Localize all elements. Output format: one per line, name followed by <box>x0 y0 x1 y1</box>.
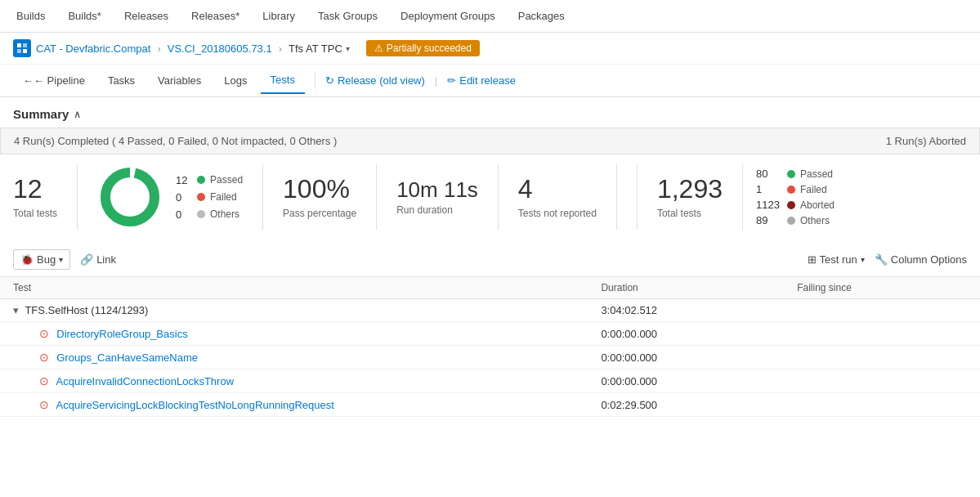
failing-since-cell-4 <box>784 393 980 417</box>
breadcrumb-stage[interactable]: Tfs AT TPC ▾ <box>289 43 350 55</box>
right-legend-failed: 1 Failed <box>756 183 835 195</box>
summary-section: Summary ∧ <box>0 97 980 128</box>
link-button[interactable]: 🔗 Link <box>80 253 116 266</box>
test-name-cell-1: ⊙ DirectoryRoleGroup_Basics <box>0 322 588 346</box>
right-legend-aborted: 1123 Aborted <box>756 199 835 211</box>
total-tests-left-value: 12 <box>13 175 43 204</box>
run-duration-label: Run duration <box>396 204 453 216</box>
others-dot <box>197 210 205 218</box>
right-failed-count: 1 <box>756 183 782 195</box>
right-passed-label: Passed <box>800 168 833 180</box>
nav-releases-star[interactable]: Releases* <box>188 10 243 22</box>
test-table: Test Duration Failing since ▾ TFS.SelfHo… <box>0 277 980 417</box>
warning-icon: ⚠ <box>374 43 383 54</box>
svg-rect-2 <box>17 49 21 53</box>
nav-builds[interactable]: Builds <box>13 10 48 22</box>
test-run-dropdown-icon: ▾ <box>861 255 865 264</box>
run-duration-value: 10m 11s <box>396 178 478 202</box>
right-total-label: Total tests <box>657 208 701 219</box>
legend-failed-count: 0 <box>176 191 192 204</box>
not-reported-value: 4 <box>518 175 533 204</box>
summary-header[interactable]: Summary ∧ <box>13 107 967 121</box>
edit-release-link[interactable]: ✏ Edit release <box>447 74 516 87</box>
stats-bar-left: 4 Run(s) Completed ( 4 Passed, 0 Failed,… <box>14 135 337 147</box>
tab-logs[interactable]: Logs <box>214 68 257 93</box>
right-passed-dot <box>787 170 795 178</box>
refresh-icon: ↻ <box>325 74 334 87</box>
right-legend-passed: 80 Passed <box>756 168 835 180</box>
group-failing-since-cell <box>784 299 980 322</box>
aborted-icon-1: ⊙ <box>39 327 49 340</box>
nav-builds-star[interactable]: Builds* <box>65 10 104 22</box>
bug-button[interactable]: 🐞 Bug ▾ <box>13 249 70 270</box>
failed-dot <box>197 193 205 201</box>
top-navigation: Builds Builds* Releases Releases* Librar… <box>0 0 980 33</box>
column-options-button[interactable]: 🔧 Column Options <box>875 253 967 266</box>
legend-failed: 0 Failed <box>176 191 243 204</box>
nav-releases[interactable]: Releases <box>121 10 172 22</box>
nav-deployment-groups[interactable]: Deployment Groups <box>397 10 499 22</box>
right-total-tests: 1,293 Total tests <box>638 164 743 230</box>
col-duration: Duration <box>588 277 784 299</box>
tab-bar: ← ← Pipeline Tasks Variables Logs Tests … <box>0 65 980 97</box>
collapse-icon: ∧ <box>74 109 81 120</box>
breadcrumb-project[interactable]: CAT - Devfabric.Compat <box>36 43 150 55</box>
legend-failed-label: Failed <box>210 191 237 203</box>
table-row: ⊙ AcquireInvalidConnectionLocksThrow 0:0… <box>0 369 980 393</box>
svg-rect-3 <box>23 49 27 53</box>
not-reported-block: 4 Tests not reported <box>499 164 617 230</box>
tab-tasks[interactable]: Tasks <box>98 68 145 93</box>
not-reported-label: Tests not reported <box>518 208 597 219</box>
right-aborted-label: Aborted <box>800 199 835 211</box>
group-duration-cell: 3:04:02.512 <box>588 299 784 322</box>
stats-bar-right: 1 Run(s) Aborted <box>886 135 966 147</box>
right-aborted-count: 1123 <box>756 199 782 211</box>
svg-rect-1 <box>23 43 27 47</box>
test-run-button[interactable]: ⊞ Test run ▾ <box>808 253 865 266</box>
column-options-icon: 🔧 <box>875 253 888 266</box>
legend-passed-count: 12 <box>176 174 192 186</box>
summary-title: Summary <box>13 107 69 121</box>
release-old-view-link[interactable]: ↻ Release (old view) <box>325 74 425 87</box>
right-failed-label: Failed <box>800 184 827 195</box>
failing-since-cell-1 <box>784 322 980 346</box>
duration-cell-3: 0:00:00.000 <box>588 369 784 393</box>
toolbar-left: 🐞 Bug ▾ 🔗 Link <box>13 249 116 270</box>
right-others-label: Others <box>800 215 830 226</box>
legend-others-count: 0 <box>176 208 192 221</box>
legend-others-label: Others <box>210 208 239 220</box>
passed-dot <box>197 176 205 184</box>
stats-bar: 4 Run(s) Completed ( 4 Passed, 0 Failed,… <box>0 128 980 154</box>
tab-divider <box>315 73 315 89</box>
nav-task-groups[interactable]: Task Groups <box>315 10 381 22</box>
right-aborted-dot <box>787 201 795 209</box>
table-header: Test Duration Failing since <box>0 277 980 299</box>
nav-packages[interactable]: Packages <box>515 10 568 22</box>
right-legend-others: 89 Others <box>756 214 835 226</box>
test-name-cell-4: ⊙ AcquireServicingLockBlockingTestNoLong… <box>0 393 588 417</box>
legend-passed-label: Passed <box>210 174 243 186</box>
svg-point-5 <box>105 172 154 222</box>
table-row: ⊙ Groups_CanHaveSameName 0:00:00.000 <box>0 346 980 369</box>
run-duration-block: 10m 11s Run duration <box>377 164 499 230</box>
aborted-icon-3: ⊙ <box>39 374 49 387</box>
test-name-cell-3: ⊙ AcquireInvalidConnectionLocksThrow <box>0 369 588 393</box>
back-icon: ← <box>23 74 34 87</box>
donut-chart-block: 12 Passed 0 Failed 0 Others <box>78 164 263 230</box>
test-run-icon: ⊞ <box>808 253 817 266</box>
failing-since-cell-2 <box>784 346 980 369</box>
bug-dropdown-icon: ▾ <box>59 255 63 264</box>
right-others-dot <box>787 217 795 225</box>
table-body: ▾ TFS.SelfHost (1124/1293) 3:04:02.512 ⊙… <box>0 299 980 417</box>
right-failed-dot <box>787 186 795 194</box>
collapse-group-icon[interactable]: ▾ <box>13 304 19 316</box>
tab-pipeline[interactable]: ← ← Pipeline <box>13 68 95 93</box>
tab-variables[interactable]: Variables <box>148 68 211 93</box>
pass-percentage-block: 100% Pass percentage <box>263 164 377 230</box>
metrics-row: 12 Total tests 12 Passed 0 Failed 0 <box>0 164 980 243</box>
nav-library[interactable]: Library <box>259 10 298 22</box>
tab-tests[interactable]: Tests <box>261 67 305 94</box>
duration-cell-1: 0:00:00.000 <box>588 322 784 346</box>
right-total-value: 1,293 <box>657 175 723 204</box>
breadcrumb-build[interactable]: VS.CI_20180605.73.1 <box>168 43 272 55</box>
